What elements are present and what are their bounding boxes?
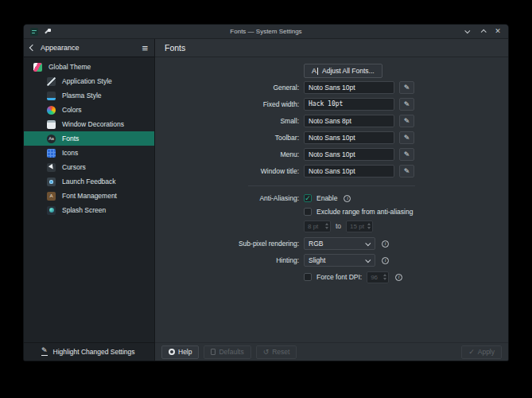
font-value-field[interactable]: Noto Sans 8pt (304, 115, 394, 127)
sidebar-item-plasma-style[interactable]: Plasma Style (24, 88, 154, 103)
choose-font-button[interactable]: ✎ (399, 115, 414, 127)
highlight-changed-settings[interactable]: ✎ Highlight Changed Settings (24, 342, 154, 361)
chevron-down-icon (365, 240, 371, 246)
font-value-field[interactable]: Noto Sans 10pt (304, 165, 394, 178)
choose-font-button[interactable]: ✎ (399, 131, 414, 144)
reset-button[interactable]: ↺ Reset (256, 345, 297, 359)
checkmark-icon: ✓ (468, 349, 475, 356)
pencil-icon: ✎ (404, 135, 410, 142)
spinner-arrows-icon[interactable] (325, 223, 328, 229)
info-icon[interactable]: i (344, 195, 351, 202)
splash-screen-icon (47, 206, 56, 215)
sidebar-item-global-theme[interactable]: Global Theme (24, 60, 154, 74)
pencil-icon: ✎ (404, 151, 410, 158)
font-value-field[interactable]: Hack 10pt (304, 98, 394, 111)
force-dpi-checkbox[interactable] (304, 273, 312, 281)
sidebar-header: Appearance ≡ (24, 39, 154, 57)
window-decorations-icon (47, 120, 56, 129)
chevron-down-icon (365, 257, 371, 263)
choose-font-button[interactable]: ✎ (399, 148, 414, 161)
titlebar[interactable]: Fonts — System Settings ✕ (24, 25, 508, 39)
hinting-dropdown[interactable]: Slight (304, 254, 375, 267)
pencil-icon: ✎ (404, 118, 410, 125)
font-setting-row: Toolbar: Noto Sans 10pt ✎ (155, 131, 508, 144)
pencil-icon: ✎ (404, 84, 410, 92)
subpixel-dropdown[interactable]: RGB (304, 237, 375, 250)
font-setting-row: Fixed width: Hack 10pt ✎ (155, 98, 508, 111)
sidebar-item-colors[interactable]: Colors (24, 103, 154, 117)
plasma-style-icon (47, 92, 56, 100)
choose-font-button[interactable]: ✎ (399, 165, 414, 178)
force-dpi-label: Force font DPI: (316, 273, 362, 281)
sidebar-item-window-decorations[interactable]: Window Decorations (24, 117, 154, 131)
minimize-button[interactable] (464, 28, 472, 36)
pencil-icon: ✎ (404, 101, 410, 108)
hamburger-menu-icon[interactable]: ≡ (142, 43, 148, 53)
sidebar-item-application-style[interactable]: Application Style (24, 74, 154, 88)
apply-button[interactable]: ✓ Apply (461, 345, 502, 359)
font-setting-label: Menu: (155, 150, 304, 158)
button-bar: Help Defaults ↺ Reset ✓ Apply (155, 342, 508, 361)
font-value-field[interactable]: Noto Sans 10pt (304, 131, 394, 144)
global-theme-icon (33, 63, 42, 72)
icons-icon (47, 149, 56, 158)
undo-icon: ↺ (263, 349, 270, 356)
choose-font-button[interactable]: ✎ (399, 81, 414, 94)
info-icon[interactable]: i (395, 274, 402, 281)
info-icon[interactable]: i (382, 257, 389, 264)
document-icon (211, 349, 216, 355)
dpi-spinbox[interactable]: 96 (367, 271, 389, 283)
help-button[interactable]: Help (161, 345, 199, 359)
hinting-label: Hinting: (155, 256, 304, 264)
sidebar-item-launch-feedback[interactable]: Launch Feedback (24, 174, 154, 189)
page-title: Fonts (165, 43, 185, 53)
font-setting-label: Fixed width: (155, 100, 304, 108)
pin-icon[interactable] (44, 28, 51, 35)
font-setting-label: Small: (155, 117, 304, 125)
exclude-from-spinbox[interactable]: 8 pt (304, 220, 331, 232)
adjust-all-fonts-button[interactable]: A Adjust All Fonts... (304, 64, 382, 78)
page-header: Fonts (155, 39, 508, 57)
sidebar-item-icons[interactable]: Icons (24, 146, 154, 160)
maximize-button[interactable] (479, 28, 487, 36)
exclude-range-checkbox[interactable] (304, 208, 312, 216)
help-icon (169, 349, 175, 355)
cursors-icon (47, 163, 56, 172)
choose-font-button[interactable]: ✎ (399, 98, 414, 111)
system-settings-window: Fonts — System Settings ✕ Appearance ≡ G… (24, 25, 508, 361)
info-icon[interactable]: i (382, 240, 389, 248)
font-management-icon: A (47, 192, 56, 201)
font-select-icon: A (312, 68, 318, 75)
spinner-arrows-icon[interactable] (383, 274, 386, 280)
fonts-form: A Adjust All Fonts... General: Noto Sans… (155, 57, 508, 342)
exclude-to-spinbox[interactable]: 15 pt (346, 220, 373, 232)
font-setting-row: Menu: Noto Sans 10pt ✎ (155, 148, 508, 161)
highlighter-icon: ✎ (41, 347, 48, 356)
colors-icon (47, 106, 56, 115)
back-label[interactable]: Appearance (41, 44, 80, 52)
defaults-button[interactable]: Defaults (204, 345, 250, 359)
app-icon (30, 28, 38, 36)
window-title: Fonts — System Settings (24, 28, 508, 35)
sidebar-item-fonts[interactable]: Aa Fonts (24, 131, 154, 146)
anti-aliasing-label: Anti-Aliasing: (155, 194, 304, 202)
fonts-icon: Aa (47, 135, 56, 143)
spinner-arrows-icon[interactable] (367, 223, 371, 229)
sidebar-item-splash-screen[interactable]: Splash Screen (24, 203, 154, 217)
font-setting-label: Window title: (155, 167, 304, 175)
sidebar-list: Global Theme Application Style Plasma St… (24, 57, 154, 342)
application-style-icon (47, 77, 56, 86)
back-icon[interactable] (29, 45, 36, 51)
sidebar-item-cursors[interactable]: Cursors (24, 160, 154, 174)
font-rows: General: Noto Sans 10pt ✎ Fixed width: H… (155, 81, 508, 178)
font-value-field[interactable]: Noto Sans 10pt (304, 81, 394, 94)
enable-label: Enable (316, 194, 337, 202)
close-button[interactable]: ✕ (494, 28, 502, 36)
highlight-changed-label: Highlight Changed Settings (53, 348, 135, 356)
sidebar-item-font-management[interactable]: A Font Management (24, 189, 154, 203)
anti-aliasing-enable-checkbox[interactable]: ✓ (304, 194, 312, 202)
exclude-range-label: Exclude range from anti-aliasing (316, 208, 413, 216)
launch-feedback-icon (47, 178, 56, 186)
font-value-field[interactable]: Noto Sans 10pt (304, 148, 394, 161)
section-separator (248, 185, 415, 186)
